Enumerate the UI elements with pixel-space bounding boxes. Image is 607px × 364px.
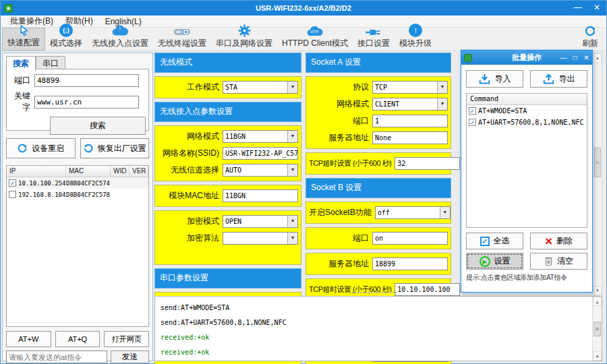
channel-select[interactable]: AUTO▼ — [223, 164, 298, 177]
quick-config-button[interactable]: 快速配置 — [2, 28, 45, 51]
device-table: IP MAC WID VER ✓ 10.10.100.254 D8B04CF2C… — [6, 165, 149, 327]
socket-port-input[interactable]: 1 — [372, 115, 448, 127]
keyword-input[interactable] — [34, 96, 139, 109]
log-output[interactable]: send:AT+WMODE=STA send:AT+UART=57600,8,1… — [154, 296, 602, 361]
command-list-header: Command — [467, 94, 587, 105]
socket-b-enable-box[interactable]: 开启SocketB功能 off▼ — [306, 202, 451, 224]
socket-b-server-input[interactable]: 18899 — [372, 257, 448, 270]
refresh-button[interactable]: 刷新 — [577, 28, 605, 51]
app-window: USR-WIFI232-6xx/A2/B2/D2 — ✕ 批量操作(B) 帮助(… — [0, 0, 607, 364]
row-checkbox[interactable] — [9, 191, 16, 198]
command-checkbox[interactable]: ✓ — [469, 107, 476, 115]
chevron-down-icon[interactable]: ▼ — [440, 207, 450, 218]
atq-button[interactable]: AT+Q — [55, 331, 100, 347]
export-button[interactable]: 导出 — [530, 70, 587, 88]
send-button[interactable]: 发送 — [111, 351, 149, 363]
search-button[interactable]: 搜索 — [50, 117, 146, 135]
scroll-up-icon[interactable]: ▲ — [593, 297, 602, 306]
command-item[interactable]: ✓ AT+WMODE=STA — [467, 105, 587, 117]
netmode-select[interactable]: 11BGN▼ — [223, 130, 298, 143]
set-button[interactable]: ▶ 设置 — [466, 253, 523, 270]
atw-button[interactable]: AT+W — [6, 331, 51, 347]
svg-text:HTTP: HTTP — [310, 30, 318, 34]
port-label: 端口 — [7, 75, 34, 86]
open-webpage-button[interactable]: 打开网页 — [104, 331, 149, 347]
port-input[interactable] — [34, 74, 139, 87]
interface-settings-button[interactable]: 接口设置 — [353, 28, 395, 51]
clear-button[interactable]: 清空 — [530, 253, 587, 270]
window-title: USR-WIFI232-6xx/A2/B2/D2 — [1, 4, 606, 12]
factory-reset-button[interactable]: 恢复出厂设置 — [80, 138, 150, 158]
select-all-button[interactable]: ✓ 全选 — [466, 233, 523, 249]
mode-select-button[interactable]: {;} 模式选择 — [45, 28, 87, 51]
close-icon[interactable]: ✕ — [587, 1, 606, 16]
encryption-alg-select[interactable]: ▼ — [223, 232, 298, 245]
tcp-timeout-a-box[interactable]: TCP超时设置 (小于600 秒) 32 — [306, 152, 451, 175]
toolbar-label: 无线接入点设置 — [92, 38, 148, 49]
encryption-mode-select[interactable]: OPEN▼ — [223, 215, 298, 228]
scroll-down-icon[interactable]: ▼ — [593, 351, 602, 361]
ap-params-box[interactable]: 网络模式 11BGN▼ 网络名称(SSID) USR-WIFI232-AP_C5… — [154, 125, 301, 181]
left-panel: 搜索 串口 端口 关键字 搜索 设备重启 — [2, 53, 153, 361]
chevron-down-icon[interactable]: ▼ — [287, 164, 297, 176]
tcp-timeout-a-input[interactable]: 32 — [395, 157, 460, 170]
chevron-down-icon[interactable]: ▼ — [437, 82, 447, 93]
socket-b-enable-select[interactable]: off▼ — [375, 206, 451, 219]
chevron-down-icon[interactable]: ▼ — [287, 82, 297, 93]
log-scrollbar[interactable]: ▲ ▼ — [592, 297, 602, 361]
mac-input[interactable]: 11BGN — [223, 189, 298, 202]
chevron-down-icon[interactable]: ▼ — [437, 98, 447, 110]
import-button[interactable]: 导入 — [466, 70, 523, 88]
delete-button[interactable]: × 删除 — [530, 233, 587, 249]
gear-icon — [238, 24, 251, 37]
mac-box[interactable]: 模块MAC地址 11BGN — [154, 185, 301, 207]
device-reboot-button[interactable]: 设备重启 — [6, 138, 76, 158]
socket-b-port-box[interactable]: 端口 on — [306, 227, 451, 249]
socket-a-box[interactable]: 协议 TCP▼ 网络模式 CLIENT▼ 端口 1 服务器地址 None — [306, 76, 451, 149]
toolbar-label: 快速配置 — [7, 37, 40, 49]
content-area: 搜索 串口 端口 关键字 搜索 设备重启 — [1, 51, 606, 363]
toolbar-label: 模块升级 — [399, 38, 432, 49]
protocol-select[interactable]: TCP▼ — [372, 81, 448, 94]
command-item[interactable]: ✓ AT+UART=57600,8,1,NONE,NFC — [467, 117, 587, 128]
tab-search[interactable]: 搜索 — [6, 56, 36, 71]
mode-select-icon: {;} — [59, 24, 73, 37]
table-row[interactable]: 192.168.8.104 D8B04CF2C578 — [7, 189, 148, 200]
chevron-down-icon[interactable]: ▼ — [287, 216, 297, 227]
col-mac: MAC — [66, 166, 111, 177]
main-scrollbar[interactable]: ▲ ▼ — [593, 53, 602, 296]
scrollbar-thumb[interactable] — [594, 148, 601, 177]
device-table-header: IP MAC WID VER — [7, 166, 148, 177]
command-list[interactable]: Command ✓ AT+WMODE=STA ✓ AT+UART=57600,8… — [466, 93, 587, 228]
table-row[interactable]: ✓ 10.10.100.254 D8B04CF2C574 — [7, 177, 148, 189]
scrollbar-thumb[interactable] — [594, 322, 601, 336]
command-checkbox[interactable]: ✓ — [469, 119, 476, 126]
workmode-select[interactable]: STA▼ — [223, 81, 298, 94]
batch-minimize-icon[interactable]: — — [558, 51, 569, 65]
section-header-socket-b: Socket B 设置 — [306, 178, 451, 198]
play-icon: ▶ — [480, 256, 490, 267]
batch-maximize-icon[interactable]: □ — [569, 51, 581, 65]
scroll-up-icon[interactable]: ▲ — [594, 53, 602, 63]
encryption-box[interactable]: 加密模式 OPEN▼ 加密算法 ▼ — [154, 210, 301, 265]
at-command-input[interactable] — [6, 351, 107, 363]
server-address-input[interactable]: None — [372, 131, 448, 144]
batch-close-icon[interactable]: ✕ — [581, 51, 592, 65]
socket-b-port-input[interactable]: on — [372, 232, 448, 245]
row-checkbox[interactable]: ✓ — [9, 179, 16, 187]
scroll-down-icon[interactable]: ▼ — [594, 286, 602, 295]
ssid-input[interactable]: USR-WIFI232-AP_C574 — [223, 147, 298, 160]
chevron-down-icon[interactable]: ▼ — [287, 131, 297, 142]
chevron-down-icon[interactable]: ▼ — [287, 233, 297, 244]
module-upgrade-button[interactable]: ↑ 模块升级 — [395, 28, 436, 51]
toolbar-label: 刷新 — [582, 38, 598, 49]
socket-netmode-select[interactable]: CLIENT▼ — [372, 98, 448, 111]
minimize-icon[interactable]: — — [569, 1, 587, 16]
httpd-client-button[interactable]: HTTP HTTPD Client模式 — [277, 28, 353, 51]
sta-settings-button[interactable]: 无线终端设置 — [153, 28, 211, 51]
serial-network-button[interactable]: 串口及网络设置 — [211, 28, 277, 51]
socket-b-server-box[interactable]: 服务器地址 18899 — [306, 253, 451, 275]
menu-batch-operation[interactable]: 批量操作(B) — [5, 15, 59, 28]
ap-settings-button[interactable]: 无线接入点设置 — [87, 28, 153, 51]
workmode-box[interactable]: 工作模式 STA▼ — [154, 76, 301, 98]
